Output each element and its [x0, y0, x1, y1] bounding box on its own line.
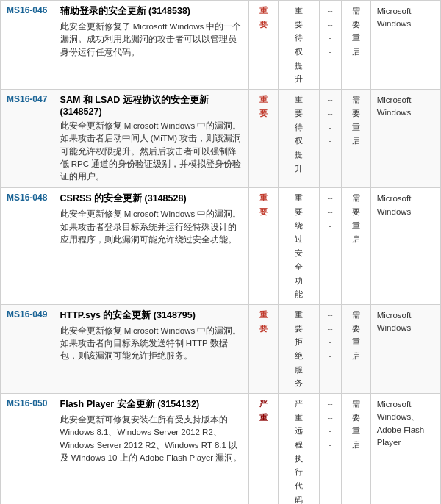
bulletin-title: 辅助登录的安全更新 (3148538) [60, 5, 243, 18]
restart-text: 需要重启 [344, 4, 368, 59]
severity-cell: 重要 [249, 188, 279, 305]
bulletin-id[interactable]: MS16-046 [1, 1, 54, 90]
dash-cell: ------ [319, 394, 341, 505]
bulletin-desc-text: 此安全更新修复 Microsoft Windows 中的漏洞。如果攻击者启动中间… [60, 120, 243, 183]
restart-text: 需要重启 [344, 191, 368, 246]
severity-text: 严重 [251, 397, 276, 424]
restart-cell: 需要重启 [341, 1, 370, 90]
impact-cell: 严重远程执行代码 [279, 394, 319, 505]
dash-values: ------ [321, 308, 340, 363]
restart-cell: 需要重启 [341, 394, 370, 505]
bulletin-id[interactable]: MS16-049 [1, 304, 54, 393]
bulletin-id[interactable]: MS16-047 [1, 90, 54, 188]
table-row: MS16-050Flash Player 安全更新 (3154132)此安全更新… [1, 394, 441, 505]
dash-values: ------ [321, 4, 340, 59]
restart-text: 需要重启 [344, 308, 368, 363]
severity-cell: 重要 [249, 90, 279, 188]
bulletin-desc-text: 此安全更新可修复安装在所有受支持版本的 Windows 8.1、Windows … [60, 414, 243, 464]
bulletin-description: HTTP.sys 的安全更新 (3148795)此安全更新修复 Microsof… [54, 304, 249, 393]
table-row: MS16-046辅助登录的安全更新 (3148538)此安全更新修复了 Micr… [1, 1, 441, 90]
impact-text: 重要拒绝服务 [281, 308, 316, 390]
dash-cell: ------ [319, 1, 341, 90]
bulletin-description: SAM 和 LSAD 远程协议的安全更新 (3148527)此安全更新修复 Mi… [54, 90, 249, 188]
dash-values: ------ [321, 397, 340, 452]
impact-cell: 重要待权提升 [279, 90, 319, 188]
bulletin-description: CSRSS 的安全更新 (3148528)此安全更新修复 Microsoft W… [54, 188, 249, 305]
platform-cell: Microsoft Windows [370, 90, 440, 188]
restart-cell: 需要重启 [341, 188, 370, 305]
bulletin-title: Flash Player 安全更新 (3154132) [60, 398, 243, 411]
dash-cell: ------ [319, 188, 341, 305]
bulletin-description: Flash Player 安全更新 (3154132)此安全更新可修复安装在所有… [54, 394, 249, 505]
severity-text: 重要 [251, 4, 276, 31]
bulletin-title: SAM 和 LSAD 远程协议的安全更新 (3148527) [60, 94, 243, 117]
table-row: MS16-049HTTP.sys 的安全更新 (3148795)此安全更新修复 … [1, 304, 441, 393]
dash-cell: ------ [319, 90, 341, 188]
restart-cell: 需要重启 [341, 90, 370, 188]
severity-cell: 重要 [249, 1, 279, 90]
severity-text: 重要 [251, 308, 276, 335]
bulletin-desc-text: 此安全更新修复了 Microsoft Windows 中的一个漏洞。成功利用此漏… [60, 21, 243, 59]
severity-cell: 严重 [249, 394, 279, 505]
restart-text: 需要重启 [344, 397, 368, 452]
bulletin-title: CSRSS 的安全更新 (3148528) [60, 192, 243, 205]
platform-cell: Microsoft Windows [370, 1, 440, 90]
platform-cell: Microsoft Windows [370, 188, 440, 305]
restart-text: 需要重启 [344, 93, 368, 148]
impact-text: 重要待权提升 [281, 4, 316, 86]
platform-cell: Microsoft Windows、Adobe Flash Player [370, 394, 440, 505]
impact-text: 重要待权提升 [281, 93, 316, 175]
impact-cell: 重要待权提升 [279, 1, 319, 90]
bulletin-title: HTTP.sys 的安全更新 (3148795) [60, 309, 243, 322]
bulletin-description: 辅助登录的安全更新 (3148538)此安全更新修复了 Microsoft Wi… [54, 1, 249, 90]
bulletin-desc-text: 此安全更新修复 Microsoft Windows 中的漏洞。如果攻击者登录目标… [60, 208, 243, 246]
impact-text: 严重远程执行代码 [281, 397, 316, 504]
security-updates-table: MS16-046辅助登录的安全更新 (3148538)此安全更新修复了 Micr… [0, 0, 441, 504]
dash-cell: ------ [319, 304, 341, 393]
impact-text: 重要绕过安全功能 [281, 191, 316, 301]
platform-cell: Microsoft Windows [370, 304, 440, 393]
severity-cell: 重要 [249, 304, 279, 393]
impact-cell: 重要拒绝服务 [279, 304, 319, 393]
dash-values: ------ [321, 93, 340, 148]
bulletin-id[interactable]: MS16-048 [1, 188, 54, 305]
table-row: MS16-048CSRSS 的安全更新 (3148528)此安全更新修复 Mic… [1, 188, 441, 305]
severity-text: 重要 [251, 191, 276, 218]
restart-cell: 需要重启 [341, 304, 370, 393]
table-row: MS16-047SAM 和 LSAD 远程协议的安全更新 (3148527)此安… [1, 90, 441, 188]
bulletin-id[interactable]: MS16-050 [1, 394, 54, 505]
severity-text: 重要 [251, 93, 276, 120]
dash-values: ------ [321, 191, 340, 246]
bulletin-desc-text: 此安全更新修复 Microsoft Windows 中的漏洞。如果攻击者向目标系… [60, 325, 243, 363]
impact-cell: 重要绕过安全功能 [279, 188, 319, 305]
